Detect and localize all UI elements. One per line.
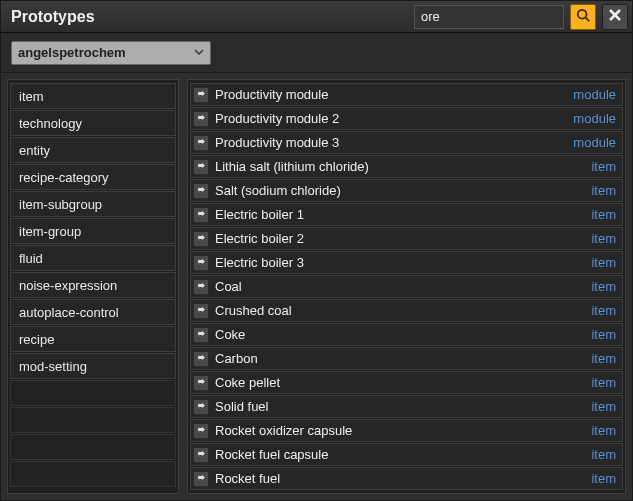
sidebar-item-recipe-category[interactable]: recipe-category (10, 164, 176, 190)
result-row: Salt (sodium chloride)item (190, 179, 623, 202)
sidebar-item-label: item-group (19, 224, 81, 239)
result-name: Rocket oxidizer capsule (215, 423, 585, 438)
sidebar-item-autoplace-control[interactable]: autoplace-control (10, 299, 176, 325)
result-name: Carbon (215, 351, 585, 366)
result-name: Solid fuel (215, 399, 585, 414)
goto-arrow-icon[interactable] (193, 327, 209, 343)
titlebar: Prototypes (1, 1, 632, 33)
result-type-link[interactable]: item (591, 207, 616, 222)
close-icon (609, 9, 621, 24)
goto-arrow-icon[interactable] (193, 303, 209, 319)
sidebar-item-label: item-subgroup (19, 197, 102, 212)
sidebar-item-label: technology (19, 116, 82, 131)
sidebar-item-label: recipe (19, 332, 54, 347)
result-type-link[interactable]: item (591, 159, 616, 174)
sidebar-item-label: item (19, 89, 44, 104)
result-name: Productivity module (215, 87, 567, 102)
result-row: Productivity module 2module (190, 107, 623, 130)
sidebar-item-label: entity (19, 143, 50, 158)
goto-arrow-icon[interactable] (193, 231, 209, 247)
result-name: Productivity module 3 (215, 135, 567, 150)
svg-point-0 (578, 10, 587, 19)
toolbar: angelspetrochem (1, 33, 632, 73)
sidebar-item-item[interactable]: item (10, 83, 176, 109)
goto-arrow-icon[interactable] (193, 375, 209, 391)
result-row: Rocket fuelitem (190, 467, 623, 490)
results-list[interactable]: Productivity modulemoduleProductivity mo… (187, 79, 626, 494)
sidebar-item-empty (10, 407, 176, 433)
sidebar-item-label: fluid (19, 251, 43, 266)
sidebar-item-item-subgroup[interactable]: item-subgroup (10, 191, 176, 217)
search-icon (576, 8, 590, 25)
mod-dropdown[interactable]: angelspetrochem (11, 41, 211, 65)
sidebar-item-recipe[interactable]: recipe (10, 326, 176, 352)
result-row: Electric boiler 3item (190, 251, 623, 274)
result-row: Solid fuelitem (190, 395, 623, 418)
result-row: Productivity modulemodule (190, 83, 623, 106)
goto-arrow-icon[interactable] (193, 159, 209, 175)
result-type-link[interactable]: module (573, 87, 616, 102)
goto-arrow-icon[interactable] (193, 279, 209, 295)
result-type-link[interactable]: item (591, 447, 616, 462)
sidebar-item-noise-expression[interactable]: noise-expression (10, 272, 176, 298)
goto-arrow-icon[interactable] (193, 351, 209, 367)
result-type-link[interactable]: item (591, 327, 616, 342)
goto-arrow-icon[interactable] (193, 423, 209, 439)
sidebar-item-empty (10, 380, 176, 406)
body: itemtechnologyentityrecipe-categoryitem-… (1, 73, 632, 500)
result-name: Lithia salt (lithium chloride) (215, 159, 585, 174)
result-type-link[interactable]: item (591, 279, 616, 294)
sidebar-item-entity[interactable]: entity (10, 137, 176, 163)
goto-arrow-icon[interactable] (193, 255, 209, 271)
result-type-link[interactable]: item (591, 423, 616, 438)
category-sidebar[interactable]: itemtechnologyentityrecipe-categoryitem-… (7, 79, 179, 494)
sidebar-item-fluid[interactable]: fluid (10, 245, 176, 271)
result-type-link[interactable]: item (591, 351, 616, 366)
result-name: Electric boiler 1 (215, 207, 585, 222)
result-type-link[interactable]: item (591, 303, 616, 318)
result-row: Productivity module 3module (190, 131, 623, 154)
sidebar-item-label: autoplace-control (19, 305, 119, 320)
result-row: Crushed coalitem (190, 299, 623, 322)
goto-arrow-icon[interactable] (193, 111, 209, 127)
sidebar-item-item-group[interactable]: item-group (10, 218, 176, 244)
result-name: Productivity module 2 (215, 111, 567, 126)
search-button[interactable] (570, 4, 596, 30)
sidebar-item-label: noise-expression (19, 278, 117, 293)
result-type-link[interactable]: item (591, 255, 616, 270)
result-row: Electric boiler 1item (190, 203, 623, 226)
window-title: Prototypes (11, 8, 95, 26)
result-name: Salt (sodium chloride) (215, 183, 585, 198)
goto-arrow-icon[interactable] (193, 471, 209, 487)
result-type-link[interactable]: item (591, 471, 616, 486)
prototypes-window: Prototypes angelspetrochem itemtechnolog… (0, 0, 633, 501)
svg-line-1 (586, 18, 590, 22)
result-type-link[interactable]: item (591, 231, 616, 246)
result-name: Rocket fuel (215, 471, 585, 486)
close-button[interactable] (602, 4, 628, 30)
sidebar-item-empty (10, 461, 176, 487)
goto-arrow-icon[interactable] (193, 135, 209, 151)
goto-arrow-icon[interactable] (193, 207, 209, 223)
result-name: Coke (215, 327, 585, 342)
sidebar-item-mod-setting[interactable]: mod-setting (10, 353, 176, 379)
result-row: Rocket oxidizer capsuleitem (190, 419, 623, 442)
goto-arrow-icon[interactable] (193, 183, 209, 199)
goto-arrow-icon[interactable] (193, 87, 209, 103)
result-row: Carbonitem (190, 347, 623, 370)
result-type-link[interactable]: module (573, 135, 616, 150)
result-name: Electric boiler 3 (215, 255, 585, 270)
goto-arrow-icon[interactable] (193, 447, 209, 463)
goto-arrow-icon[interactable] (193, 399, 209, 415)
sidebar-item-label: mod-setting (19, 359, 87, 374)
result-type-link[interactable]: item (591, 399, 616, 414)
search-input[interactable] (414, 5, 564, 29)
sidebar-item-technology[interactable]: technology (10, 110, 176, 136)
result-type-link[interactable]: item (591, 375, 616, 390)
result-type-link[interactable]: item (591, 183, 616, 198)
result-row: Coalitem (190, 275, 623, 298)
result-row: Rocket fuel capsuleitem (190, 443, 623, 466)
result-name: Electric boiler 2 (215, 231, 585, 246)
result-type-link[interactable]: module (573, 111, 616, 126)
result-name: Coal (215, 279, 585, 294)
